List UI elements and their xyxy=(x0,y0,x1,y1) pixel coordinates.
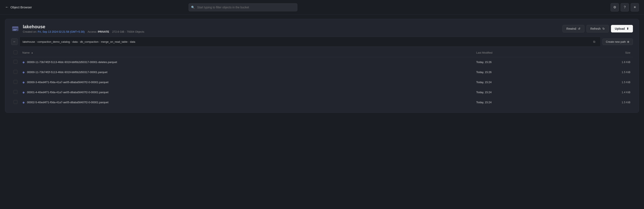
row-name-cell: ◈ 00000-3-40ed4f71-f0da-41a7-ae05-d8aba5… xyxy=(20,77,474,87)
sep-4: / xyxy=(128,40,129,43)
row-name[interactable]: 00002-5-40ed4f71-f0da-41a7-ae05-d8aba584… xyxy=(27,101,108,104)
breadcrumb-row: ← lakehouse / compaction_demo_catalog / … xyxy=(11,37,633,47)
breadcrumb-copy-button[interactable]: ⧉ xyxy=(591,38,598,45)
bucket-name: lakehouse xyxy=(23,24,144,30)
bucket-icon xyxy=(11,25,20,33)
settings-icon: ⚙ xyxy=(613,5,616,9)
topbar: ← Object Browser 🔍 ⚙ ? ☀ xyxy=(0,0,644,15)
row-checkbox-cell xyxy=(11,57,20,67)
row-name[interactable]: 00001-4-40ed4f71-f0da-41a7-ae05-d8aba584… xyxy=(27,91,108,94)
theme-button[interactable]: ☀ xyxy=(630,3,639,12)
row-modified: Today, 15:26 xyxy=(474,67,570,77)
header-modified[interactable]: Last Modified xyxy=(474,48,570,57)
row-modified: Today, 15:24 xyxy=(474,77,570,87)
row-name[interactable]: 00000-3-40ed4f71-f0da-41a7-ae05-d8aba584… xyxy=(27,81,108,84)
table-header: Name ▲ Last Modified Size xyxy=(11,48,633,57)
upload-button[interactable]: Upload ⬆ xyxy=(611,25,633,33)
search-input[interactable] xyxy=(188,3,297,11)
rewind-label: Rewind xyxy=(566,27,576,30)
row-size: 1.4 KiB xyxy=(570,87,633,97)
main-content: lakehouse Created on: Fri, Sep 13 2024 0… xyxy=(0,15,644,117)
table-row: ◈ 00000-3-40ed4f71-f0da-41a7-ae05-d8aba5… xyxy=(11,77,633,87)
svg-rect-1 xyxy=(12,27,18,28)
row-modified: Today, 15:24 xyxy=(474,97,570,107)
name-sort-icon: ▲ xyxy=(31,52,33,54)
breadcrumb-path: lakehouse / compaction_demo_catalog / da… xyxy=(20,37,601,47)
access-value: PRIVATE xyxy=(98,30,109,33)
file-icon: ◈ xyxy=(22,70,25,74)
breadcrumb-back-icon: ← xyxy=(13,40,16,43)
storage-info: 272.6 GiB - 79304 Objects xyxy=(112,30,144,33)
breadcrumb-seg-3[interactable]: db_compaction xyxy=(80,40,98,43)
file-icon: ◈ xyxy=(22,80,25,84)
bucket-info: lakehouse Created on: Fri, Sep 13 2024 0… xyxy=(11,24,144,33)
settings-button[interactable]: ⚙ xyxy=(610,3,619,12)
header-size[interactable]: Size xyxy=(570,48,633,57)
row-checkbox-0[interactable] xyxy=(14,60,17,64)
breadcrumb-seg-4[interactable]: merge_on_read_table xyxy=(101,40,128,43)
row-checkbox-cell xyxy=(11,67,20,77)
row-modified: Today, 15:24 xyxy=(474,87,570,97)
search-bar-container: 🔍 xyxy=(188,3,297,11)
table-row: ◈ 00000-11-73b74f2f-5113-46dc-9319-bbf0b… xyxy=(11,67,633,77)
breadcrumb-seg-1[interactable]: compaction_demo_catalog xyxy=(38,40,70,43)
theme-icon: ☀ xyxy=(633,5,636,9)
row-size: 1.6 KiB xyxy=(570,57,633,67)
refresh-label: Refresh xyxy=(590,27,601,30)
row-checkbox-1[interactable] xyxy=(14,70,17,74)
table-body: ◈ 00000-11-73b74f2f-5113-46dc-9319-bbf0b… xyxy=(11,57,633,107)
upload-icon: ⬆ xyxy=(626,27,629,30)
help-button[interactable]: ? xyxy=(620,3,629,12)
select-all-checkbox[interactable] xyxy=(14,51,17,54)
row-name[interactable]: 00000-11-73b74f2f-5113-46dc-9319-bbf0b2d… xyxy=(27,71,108,74)
svg-rect-2 xyxy=(13,29,17,30)
table-row: ◈ 00001-4-40ed4f71-f0da-41a7-ae05-d8aba5… xyxy=(11,87,633,97)
search-icon: 🔍 xyxy=(191,6,195,9)
bucket-header: lakehouse Created on: Fri, Sep 13 2024 0… xyxy=(11,24,633,33)
row-checkbox-3[interactable] xyxy=(14,90,17,94)
row-checkbox-cell xyxy=(11,77,20,87)
row-size: 1.5 KiB xyxy=(570,97,633,107)
row-checkbox-cell xyxy=(11,87,20,97)
create-path-label: Create new path xyxy=(606,40,626,43)
create-path-button[interactable]: Create new path ⊕ xyxy=(602,39,633,45)
back-navigation[interactable]: ← Object Browser xyxy=(5,5,32,10)
row-name[interactable]: 00000-11-73b74f2f-5113-46dc-9319-bbf0b2d… xyxy=(27,61,117,64)
sep-1: / xyxy=(71,40,72,43)
rewind-button[interactable]: Rewind ↺ xyxy=(562,25,584,33)
row-size: 1.5 KiB xyxy=(570,77,633,87)
breadcrumb-seg-0[interactable]: lakehouse xyxy=(22,40,35,43)
sep-3: / xyxy=(99,40,100,43)
row-checkbox-4[interactable] xyxy=(14,100,17,104)
file-icon: ◈ xyxy=(22,60,25,64)
created-date: Fri, Sep 13 2024 02:21:58 (GMT+5:30) xyxy=(38,30,85,33)
row-checkbox-cell xyxy=(11,97,20,107)
header-checkbox-cell xyxy=(11,48,20,57)
access-label: Access: xyxy=(88,30,97,33)
svg-rect-3 xyxy=(13,30,16,30)
bucket-card: lakehouse Created on: Fri, Sep 13 2024 0… xyxy=(5,19,639,113)
file-icon: ◈ xyxy=(22,101,25,104)
create-path-icon: ⊕ xyxy=(627,40,629,43)
refresh-button[interactable]: Refresh ↻ xyxy=(586,25,609,33)
file-table: Name ▲ Last Modified Size ◈ xyxy=(11,48,633,107)
sep-2: / xyxy=(78,40,79,43)
app-title: Object Browser xyxy=(10,6,32,9)
refresh-icon: ↻ xyxy=(602,27,605,30)
help-icon: ? xyxy=(624,6,626,9)
header-name[interactable]: Name ▲ xyxy=(20,48,474,57)
row-name-cell: ◈ 00000-11-73b74f2f-5113-46dc-9319-bbf0b… xyxy=(20,67,474,77)
rewind-icon: ↺ xyxy=(578,27,580,30)
row-checkbox-2[interactable] xyxy=(14,80,17,84)
row-size: 1.5 KiB xyxy=(570,67,633,77)
file-icon: ◈ xyxy=(22,90,25,94)
row-name-cell: ◈ 00000-11-73b74f2f-5113-46dc-9319-bbf0b… xyxy=(20,57,474,67)
breadcrumb-back-button[interactable]: ← xyxy=(11,38,18,45)
breadcrumb-seg-5[interactable]: data xyxy=(130,40,135,43)
sep-0: / xyxy=(36,40,36,43)
breadcrumb-seg-2[interactable]: data xyxy=(72,40,78,43)
bucket-details: lakehouse Created on: Fri, Sep 13 2024 0… xyxy=(23,24,144,33)
back-arrow-icon: ← xyxy=(5,5,9,10)
topbar-actions: ⚙ ? ☀ xyxy=(610,3,639,12)
row-modified: Today, 15:26 xyxy=(474,57,570,67)
